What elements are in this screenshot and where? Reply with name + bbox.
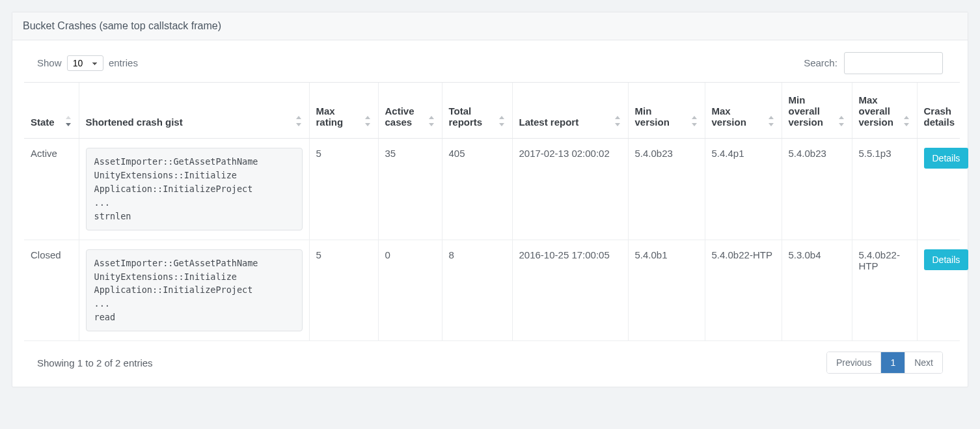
cell-max-overall-version: 5.4.0b22-HTP [852, 240, 917, 341]
table-controls-bottom: Showing 1 to 2 of 2 entries Previous1Nex… [37, 352, 943, 374]
cell-max-version: 5.4.0b22-HTP [705, 240, 782, 341]
cell-active-cases: 35 [378, 139, 442, 240]
column-header-label: State [31, 117, 65, 128]
entries-suffix: entries [109, 57, 138, 68]
sort-icon [767, 116, 776, 126]
sort-icon [364, 116, 373, 126]
cell-gist: AssetImporter::GetAssetPathName UnityExt… [79, 240, 309, 341]
cell-details: Details [917, 240, 960, 341]
sort-icon [690, 116, 700, 126]
sort-icon [428, 116, 437, 126]
column-header-label: Max version [712, 105, 775, 128]
sort-icon [498, 116, 507, 126]
column-header: Crash details [917, 83, 960, 139]
table-header-row: StateShortened crash gistMax ratingActiv… [24, 83, 960, 139]
column-header[interactable]: Min overall version [782, 83, 852, 139]
cell-min-overall-version: 5.3.0b4 [782, 240, 852, 341]
crashes-panel: Bucket Crashes (same top callstack frame… [12, 12, 968, 387]
search-control: Search: [804, 52, 943, 74]
crash-gist: AssetImporter::GetAssetPathName UnityExt… [86, 249, 303, 332]
table-row: ActiveAssetImporter::GetAssetPathName Un… [24, 139, 960, 240]
pagination-page[interactable]: 1 [880, 352, 905, 373]
cell-latest-report: 2016-10-25 17:00:05 [512, 240, 628, 341]
entries-length-control: Show 102550100 entries [37, 55, 138, 71]
sort-icon [837, 116, 847, 126]
pagination: Previous1Next [826, 352, 943, 374]
cell-min-version: 5.4.0b23 [628, 139, 705, 240]
search-label-text: Search: [804, 57, 837, 68]
details-button[interactable]: Details [924, 249, 969, 270]
entries-length-select[interactable]: 102550100 [67, 55, 103, 71]
crashes-table: StateShortened crash gistMax ratingActiv… [24, 82, 960, 341]
column-header[interactable]: Max version [705, 83, 782, 139]
column-header[interactable]: Latest report [512, 83, 628, 139]
entries-prefix: Show [37, 57, 62, 68]
column-header-label: Min version [635, 105, 698, 128]
table-info: Showing 1 to 2 of 2 entries [37, 357, 153, 368]
cell-total-reports: 8 [442, 240, 512, 341]
column-header[interactable]: Max rating [309, 83, 378, 139]
cell-min-version: 5.4.0b1 [628, 240, 705, 341]
pagination-next[interactable]: Next [905, 352, 942, 373]
cell-max-version: 5.4.4p1 [705, 139, 782, 240]
cell-min-overall-version: 5.4.0b23 [782, 139, 852, 240]
cell-state: Closed [24, 240, 79, 341]
sort-icon [614, 116, 623, 126]
column-header-label: Min overall version [789, 94, 845, 128]
cell-total-reports: 405 [442, 139, 512, 240]
column-header[interactable]: Max overall version [852, 83, 917, 139]
search-input[interactable] [844, 52, 943, 74]
column-header-label: Latest report [519, 117, 590, 128]
crash-gist: AssetImporter::GetAssetPathName UnityExt… [86, 148, 303, 230]
column-header-label: Total reports [449, 105, 506, 128]
cell-max-overall-version: 5.5.1p3 [852, 139, 917, 240]
cell-max-rating: 5 [309, 240, 378, 341]
column-header[interactable]: Total reports [442, 83, 512, 139]
table-body: ActiveAssetImporter::GetAssetPathName Un… [24, 139, 960, 341]
column-header[interactable]: Min version [628, 83, 705, 139]
details-button[interactable]: Details [924, 148, 969, 169]
column-header[interactable]: State [24, 83, 79, 139]
cell-state: Active [24, 139, 79, 240]
pagination-previous[interactable]: Previous [827, 352, 880, 373]
column-header[interactable]: Active cases [378, 83, 442, 139]
panel-body: Show 102550100 entries Search: StateShor… [12, 40, 968, 387]
cell-active-cases: 0 [378, 240, 442, 341]
sort-icon [64, 116, 74, 126]
cell-details: Details [917, 139, 960, 240]
entries-length-label: Show 102550100 entries [37, 57, 138, 68]
panel-title: Bucket Crashes (same top callstack frame… [12, 12, 968, 40]
cell-max-rating: 5 [309, 139, 378, 240]
table-controls-top: Show 102550100 entries Search: [37, 52, 943, 74]
column-header-label: Shortened crash gist [86, 117, 193, 128]
sort-icon [903, 116, 912, 126]
sort-icon [295, 116, 304, 126]
column-header-label: Crash details [924, 105, 966, 128]
cell-latest-report: 2017-02-13 02:00:02 [512, 139, 628, 240]
cell-gist: AssetImporter::GetAssetPathName UnityExt… [79, 139, 309, 240]
table-row: ClosedAssetImporter::GetAssetPathName Un… [24, 240, 960, 341]
search-label: Search: [804, 57, 943, 68]
column-header[interactable]: Shortened crash gist [79, 83, 309, 139]
